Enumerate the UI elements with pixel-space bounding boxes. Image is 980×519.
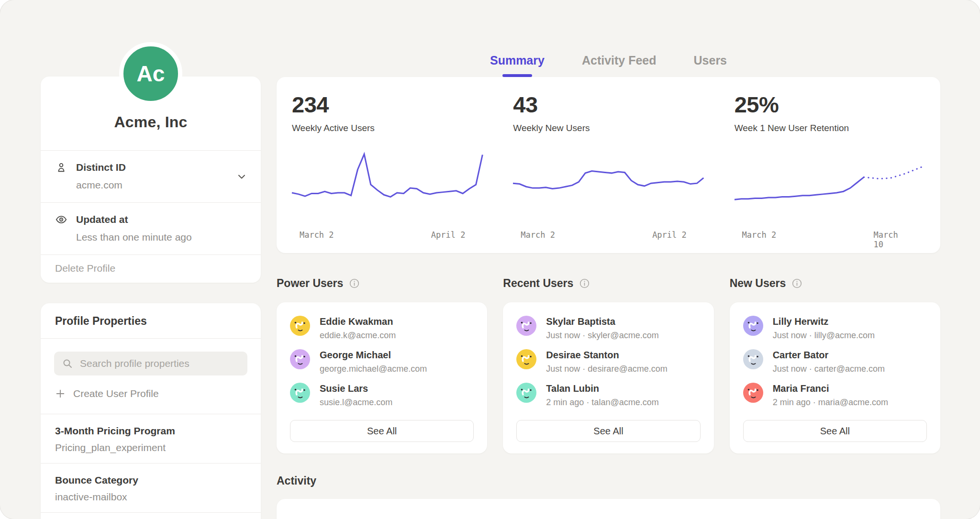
main-content: Summary Activity Feed Users 234 Weekly A…	[277, 0, 940, 519]
user-avatar	[516, 316, 536, 336]
x-axis: March 2 March 10	[735, 230, 925, 242]
user-lists: Power Users	[277, 277, 940, 453]
x-tick: March 10	[873, 230, 908, 249]
new-users-card: Lilly Herwitz Just now · lilly@acme.com	[730, 302, 940, 453]
profile-property-row[interactable]: Bounce Category inactive-mailbox	[41, 463, 261, 512]
x-axis: March 2 April 2	[292, 230, 482, 242]
user-name: Skylar Baptista	[546, 316, 658, 327]
user-row[interactable]: Carter Bator Just now · carter@acme.com	[743, 349, 927, 374]
power-users-title: Power Users	[277, 277, 343, 290]
user-avatar	[290, 383, 310, 403]
user-avatar	[516, 383, 536, 403]
profile-properties-card: Profile Properties Create User Profile 3…	[41, 303, 261, 519]
tab-label: Summary	[490, 54, 545, 67]
user-detail: Just now · skyler@acme.com	[546, 331, 658, 341]
user-row[interactable]: Talan Lubin 2 min ago · talan@acme.com	[516, 383, 700, 408]
weekly-new-users-chart	[513, 147, 703, 222]
x-axis: March 2 April 2	[513, 230, 703, 242]
profile-property-row[interactable]: 3-Month Pricing Program Pricing_plan_exp…	[41, 414, 261, 463]
user-detail: Just now · carter@acme.com	[773, 364, 885, 374]
user-avatar	[743, 316, 763, 336]
delete-profile-button[interactable]: Delete Profile	[41, 254, 261, 283]
x-tick: April 2	[431, 230, 466, 240]
activity-title: Activity	[277, 475, 940, 487]
profile-property-row[interactable]: Browser Chrome	[41, 512, 261, 519]
user-name: Talan Lubin	[546, 383, 658, 394]
weekly-active-users-chart	[292, 147, 482, 222]
retention-chart	[735, 147, 925, 222]
updated-at-row: Updated at Less than one minute ago	[41, 202, 261, 254]
property-value: Pricing_plan_experiment	[55, 442, 246, 453]
tab-label: Users	[694, 54, 727, 67]
stat-value: 43	[513, 91, 703, 118]
create-user-profile-button[interactable]: Create User Profile	[55, 388, 246, 399]
see-all-button[interactable]: See All	[743, 420, 927, 442]
new-users-column: New Users	[730, 277, 940, 453]
user-row[interactable]: Skylar Baptista Just now · skyler@acme.c…	[516, 316, 700, 341]
user-row[interactable]: George Michael george.michael@acme.com	[290, 349, 474, 374]
user-detail: susie.l@acme.com	[320, 398, 392, 408]
app-frame: Ac Acme, Inc Distinct ID acme.com	[0, 0, 980, 519]
profile-sidebar: Ac Acme, Inc Distinct ID acme.com	[41, 0, 261, 519]
x-tick: March 2	[300, 230, 334, 240]
activity-stat-value: 234	[292, 516, 503, 519]
tab[interactable]: Summary	[490, 54, 545, 77]
distinct-id-value: acme.com	[76, 179, 246, 191]
user-avatar	[516, 349, 536, 369]
user-name: Carter Bator	[773, 349, 885, 361]
weekly-active-users-panel: 234 Weekly Active Users March 2 April 2	[277, 91, 498, 242]
updated-at-value: Less than one minute ago	[76, 232, 246, 243]
activity-stat-value: 240	[503, 516, 714, 519]
tab-label: Activity Feed	[582, 54, 657, 67]
company-avatar: Ac	[119, 42, 182, 105]
profile-properties-title: Profile Properties	[41, 303, 261, 339]
x-tick: March 2	[521, 230, 555, 240]
user-row[interactable]: Maria Franci 2 min ago · maria@acme.com	[743, 383, 927, 408]
plus-icon	[55, 388, 66, 399]
distinct-id-row[interactable]: Distinct ID acme.com	[41, 150, 261, 202]
user-name: Eddie Kwakman	[320, 316, 396, 327]
see-all-button[interactable]: See All	[516, 420, 700, 442]
new-users-title: New Users	[730, 277, 786, 290]
distinct-id-label: Distinct ID	[76, 162, 126, 173]
user-row[interactable]: Susie Lars susie.l@acme.com	[290, 383, 474, 408]
info-icon[interactable]	[792, 278, 802, 288]
profile-properties-search[interactable]	[54, 352, 247, 375]
tab[interactable]: Users	[694, 54, 727, 77]
property-value: inactive-mailbox	[55, 491, 246, 503]
user-row[interactable]: Eddie Kwakman eddie.k@acme.com	[290, 316, 474, 341]
search-icon	[62, 358, 73, 369]
activity-stat-value: 3.4k	[714, 516, 925, 519]
user-name: Maria Franci	[773, 383, 888, 394]
tab[interactable]: Activity Feed	[582, 54, 657, 77]
updated-at-label: Updated at	[76, 214, 128, 225]
user-row[interactable]: Desirae Stanton Just now · desirare@acme…	[516, 349, 700, 374]
info-icon[interactable]	[349, 278, 359, 288]
tab-bar: Summary Activity Feed Users	[277, 0, 940, 77]
power-users-card: Eddie Kwakman eddie.k@acme.com	[277, 302, 487, 453]
see-all-button[interactable]: See All	[290, 420, 474, 442]
user-detail: Just now · lilly@acme.com	[773, 331, 875, 341]
info-icon[interactable]	[579, 278, 590, 288]
user-name: Lilly Herwitz	[773, 316, 875, 327]
property-name: Bounce Category	[55, 475, 246, 486]
stat-label: Week 1 New User Retention	[735, 123, 925, 133]
profile-summary-card: Acme, Inc Distinct ID acme.com	[41, 77, 261, 283]
person-icon	[55, 161, 67, 174]
user-name: Desirae Stanton	[546, 349, 667, 361]
user-detail: Just now · desirare@acme.com	[546, 364, 667, 374]
weekly-new-users-panel: 43 Weekly New Users March 2 April 2	[498, 91, 719, 242]
chevron-down-icon[interactable]	[236, 171, 247, 182]
user-name: George Michael	[320, 349, 427, 361]
user-name: Susie Lars	[320, 383, 392, 394]
recent-users-card: Skylar Baptista Just now · skyler@acme.c…	[503, 302, 713, 453]
stat-value: 25%	[735, 91, 925, 118]
summary-overview-card: 234 Weekly Active Users March 2 April 2 …	[277, 77, 940, 253]
recent-users-title: Recent Users	[503, 277, 573, 290]
stat-label: Weekly New Users	[513, 123, 703, 133]
search-input[interactable]	[80, 358, 240, 369]
create-user-profile-label: Create User Profile	[73, 388, 159, 399]
user-row[interactable]: Lilly Herwitz Just now · lilly@acme.com	[743, 316, 927, 341]
user-detail: george.michael@acme.com	[320, 364, 427, 374]
user-avatar	[290, 349, 310, 369]
